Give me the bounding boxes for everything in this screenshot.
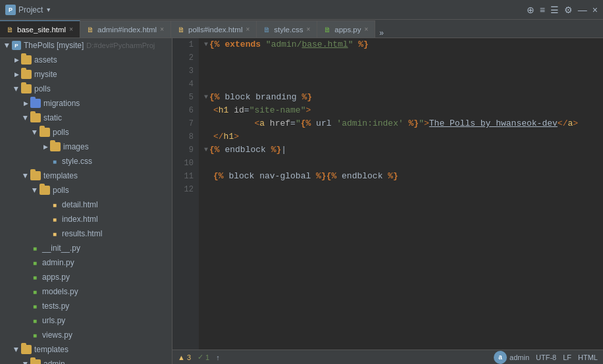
tab-close-icon[interactable]: × bbox=[246, 26, 249, 33]
templates-polls-folder-icon bbox=[30, 171, 41, 180]
sidebar-item-templates-root[interactable]: ▶ templates bbox=[0, 342, 172, 357]
status-right: a admin UTF-8 LF HTML bbox=[494, 351, 598, 364]
tab-close-icon[interactable]: × bbox=[160, 26, 164, 33]
inner-polls-arrow: ▶ bbox=[30, 186, 39, 195]
main-area: ▶ P ThePolls [mysite] D:#dev#PycharmProj… bbox=[0, 38, 603, 364]
apps-py-label: apps.py bbox=[42, 273, 70, 282]
tab-overflow-icon[interactable]: » bbox=[375, 28, 388, 38]
sidebar-item-models-py[interactable]: ■ models.py bbox=[0, 284, 172, 299]
l6-t7: > bbox=[305, 104, 311, 117]
l7-t2: < bbox=[254, 117, 259, 130]
add-project-icon[interactable]: ⊕ bbox=[527, 5, 535, 15]
sidebar-item-templates-polls[interactable]: ▶ templates bbox=[0, 169, 172, 183]
tab-close-icon[interactable]: × bbox=[365, 26, 369, 33]
tab-close-icon[interactable]: × bbox=[69, 26, 73, 33]
dropdown-arrow[interactable]: ▼ bbox=[45, 7, 51, 13]
templates-polls-arrow: ▶ bbox=[21, 171, 30, 180]
index-html-icon: ■ bbox=[50, 215, 59, 224]
templates-root-folder-icon bbox=[21, 345, 32, 354]
tab-style-css[interactable]: 🗎 style.css × bbox=[257, 20, 317, 38]
tree-root[interactable]: ▶ P ThePolls [mysite] D:#dev#PycharmProj bbox=[0, 38, 172, 53]
sidebar-item-detail-html[interactable]: ■ detail.html bbox=[0, 197, 172, 212]
sidebar-item-admin-folder[interactable]: ▶ admin bbox=[0, 357, 172, 364]
l7-t13: " bbox=[419, 117, 424, 130]
polls-folder-icon bbox=[21, 84, 32, 93]
l6-t5: = bbox=[244, 104, 249, 117]
root-path: D:#dev#PycharmProj bbox=[86, 41, 155, 49]
l7-t3: a bbox=[259, 117, 265, 130]
l11-t5: endblock bbox=[336, 170, 388, 183]
tab-base-site-html[interactable]: 🗎 base_site.html × bbox=[0, 20, 80, 38]
sidebar-item-static[interactable]: ▶ static bbox=[0, 111, 172, 125]
check-indicator[interactable]: ✓ 1 bbox=[197, 353, 209, 361]
editor-content[interactable]: 1 2 3 4 5 6 7 8 9 10 11 12 ▼ {% extends … bbox=[172, 38, 603, 350]
polls-arrow: ▶ bbox=[12, 84, 21, 93]
tests-py-label: tests.py bbox=[42, 301, 69, 311]
l8-t1: </ bbox=[213, 130, 224, 143]
warning-indicator[interactable]: ▲ 3 bbox=[178, 353, 191, 361]
admin-py-icon: ■ bbox=[30, 258, 39, 267]
sidebar-item-static-polls[interactable]: ▶ polls bbox=[0, 125, 172, 140]
sidebar-item-templates-polls-inner[interactable]: ▶ polls bbox=[0, 183, 172, 197]
l7-t4 bbox=[265, 117, 270, 130]
tab-admin-index-html[interactable]: 🗎 admin#index.html × bbox=[80, 20, 171, 38]
l6-t3 bbox=[228, 104, 234, 117]
username-label: admin bbox=[510, 353, 529, 361]
l7-t6: = bbox=[290, 117, 296, 130]
l9-t4: | bbox=[281, 143, 286, 157]
l7-t15: The Polls by hwanseok-dev bbox=[429, 117, 558, 130]
layout-icon[interactable]: ☰ bbox=[550, 5, 559, 15]
sidebar-item-migrations[interactable]: ▶ migrations bbox=[0, 96, 172, 111]
title-bar: P Project ▼ ⊕ ≡ ☰ ⚙ — × bbox=[0, 0, 603, 20]
code-lines[interactable]: ▼ {% extends "admin/base.html" %} ▼ {% b… bbox=[199, 38, 603, 350]
detail-html-icon: ■ bbox=[50, 200, 59, 209]
sidebar-item-images[interactable]: ▶ images bbox=[0, 140, 172, 154]
sidebar-item-polls[interactable]: ▶ polls bbox=[0, 82, 172, 96]
sidebar-item-apps-py[interactable]: ■ apps.py bbox=[0, 270, 172, 284]
mysite-arrow: ▶ bbox=[12, 70, 21, 79]
css-file-icon: ■ bbox=[50, 157, 59, 166]
l8-t3: > bbox=[234, 130, 239, 143]
code-line-3 bbox=[204, 65, 603, 78]
admin-py-label: admin.py bbox=[42, 258, 74, 267]
settings-icon[interactable]: ⚙ bbox=[564, 5, 573, 15]
models-py-label: models.py bbox=[42, 287, 78, 296]
css-file-icon: 🗎 bbox=[263, 26, 271, 34]
images-label: images bbox=[63, 142, 89, 151]
project-label: Project bbox=[18, 5, 43, 14]
sidebar-item-admin-py[interactable]: ■ admin.py bbox=[0, 255, 172, 270]
list-icon[interactable]: ≡ bbox=[540, 5, 545, 15]
title-bar-left: P Project ▼ bbox=[5, 5, 51, 15]
sidebar-item-views-py[interactable]: ■ views.py bbox=[0, 328, 172, 342]
sidebar-item-mysite[interactable]: ▶ mysite bbox=[0, 67, 172, 82]
migrations-arrow: ▶ bbox=[21, 99, 30, 108]
close-icon[interactable]: × bbox=[592, 5, 598, 15]
editor-area: 1 2 3 4 5 6 7 8 9 10 11 12 ▼ {% extends … bbox=[172, 38, 603, 364]
sidebar-item-results-html[interactable]: ■ results.html bbox=[0, 226, 172, 241]
warning-count: 3 bbox=[187, 353, 191, 361]
sidebar-item-urls-py[interactable]: ■ urls.py bbox=[0, 313, 172, 328]
status-bar: ▲ 3 ✓ 1 ↑ a admin UTF-8 LF HTML bbox=[172, 350, 603, 364]
migrations-label: migrations bbox=[43, 99, 80, 108]
file-type-label: HTML bbox=[578, 353, 598, 361]
line-num-6: 6 bbox=[172, 104, 194, 117]
l9-t3: %} bbox=[271, 143, 282, 157]
fold-9: ▼ bbox=[204, 143, 208, 157]
sidebar-item-style-css[interactable]: ■ style.css bbox=[0, 154, 172, 169]
l11-t6: %} bbox=[388, 170, 398, 183]
tab-polls-index-html[interactable]: 🗎 polls#index.html × bbox=[171, 20, 257, 38]
sidebar-item-index-html[interactable]: ■ index.html bbox=[0, 212, 172, 226]
l9-t2: endblock bbox=[220, 143, 271, 157]
line-ending-label: LF bbox=[563, 353, 571, 361]
migrations-folder-icon bbox=[30, 99, 41, 108]
index-html-label: index.html bbox=[62, 215, 98, 224]
sidebar-item-init-py[interactable]: ■ __init__.py bbox=[0, 241, 172, 255]
urls-py-icon: ■ bbox=[30, 316, 39, 325]
tab-close-icon[interactable]: × bbox=[306, 26, 310, 33]
minimize-icon[interactable]: — bbox=[578, 5, 587, 15]
line-num-8: 8 bbox=[172, 130, 194, 143]
sidebar-item-assets[interactable]: ▶ assets bbox=[0, 53, 172, 67]
l5-t1: {% bbox=[209, 91, 220, 104]
sidebar-item-tests-py[interactable]: ■ tests.py bbox=[0, 299, 172, 313]
tab-apps-py[interactable]: 🗎 apps.py × bbox=[317, 20, 375, 38]
